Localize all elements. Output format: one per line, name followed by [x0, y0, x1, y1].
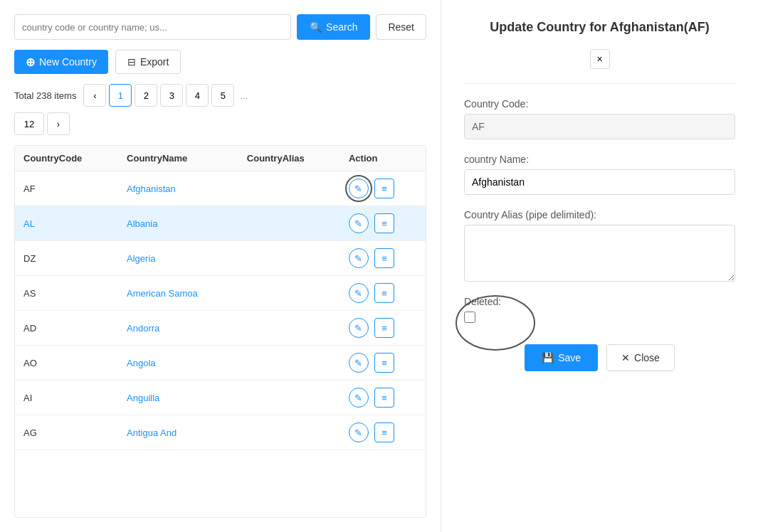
- country-alias-group: Country Alias (pipe delimited):: [464, 209, 735, 282]
- pagination-info: Total 238 items: [14, 90, 76, 101]
- edit-button[interactable]: ✎: [349, 179, 369, 198]
- cell-country-alias: [238, 381, 340, 415]
- cell-country-name: Angola: [118, 346, 238, 381]
- cell-country-alias: [238, 311, 340, 346]
- detail-button[interactable]: ≡: [374, 283, 394, 303]
- page-4-button[interactable]: 4: [186, 84, 209, 107]
- export-button[interactable]: ⊟ Export: [115, 50, 181, 74]
- edit-button[interactable]: ✎: [349, 213, 369, 233]
- detail-button[interactable]: ≡: [374, 248, 394, 268]
- action-row: ⊕ New Country ⊟ Export: [14, 50, 426, 74]
- page-5-button[interactable]: 5: [211, 84, 234, 107]
- country-name-input[interactable]: [464, 169, 735, 195]
- cell-country-code: DZ: [15, 241, 118, 276]
- search-button[interactable]: 🔍 Search: [297, 14, 370, 40]
- cell-action: ✎≡: [340, 346, 426, 381]
- modal-close-row: ×: [464, 49, 735, 69]
- deleted-section: Deleted:: [464, 296, 735, 323]
- cell-action: ✎≡: [340, 311, 426, 346]
- close-button[interactable]: ✕ Close: [606, 344, 675, 371]
- cell-country-code: AI: [15, 381, 118, 415]
- left-panel: 🔍 Search Reset ⊕ New Country ⊟ Export To…: [0, 0, 441, 532]
- country-code-group: Country Code:: [464, 98, 735, 139]
- cell-country-code: AG: [15, 415, 118, 450]
- table-row: AGAntigua And✎≡: [15, 415, 426, 450]
- cell-country-name: Antigua And: [118, 415, 238, 450]
- edit-button[interactable]: ✎: [349, 353, 369, 373]
- save-icon: 💾: [542, 352, 554, 363]
- detail-button[interactable]: ≡: [374, 353, 394, 373]
- cell-action: ✎≡: [340, 241, 426, 276]
- cell-action: ✎≡: [340, 381, 426, 415]
- modal-close-x-button[interactable]: ×: [590, 49, 610, 69]
- action-icons: ✎≡: [349, 353, 417, 373]
- cell-country-alias: [238, 206, 340, 241]
- search-icon: 🔍: [310, 21, 322, 33]
- divider-1: [464, 83, 735, 84]
- page-1-button[interactable]: 1: [109, 84, 132, 107]
- table-row: DZAlgeria✎≡: [15, 241, 426, 276]
- save-button[interactable]: 💾 Save: [525, 344, 598, 371]
- action-icons: ✎≡: [349, 283, 417, 303]
- table-row: ASAmerican Samoa✎≡: [15, 276, 426, 311]
- detail-button[interactable]: ≡: [374, 388, 394, 408]
- country-code-input[interactable]: [464, 114, 735, 139]
- reset-button[interactable]: Reset: [376, 14, 426, 40]
- search-row: 🔍 Search Reset: [14, 14, 426, 40]
- right-panel: Update Country for Afghanistan(AF) × Cou…: [441, 0, 758, 532]
- cell-country-name: Andorra: [118, 311, 238, 346]
- cell-country-code: AS: [15, 276, 118, 311]
- cell-country-alias: [238, 276, 340, 311]
- table-wrapper: CountryCode CountryName CountryAlias Act…: [14, 145, 426, 518]
- country-table: CountryCode CountryName CountryAlias Act…: [15, 146, 426, 450]
- page-ellipsis: ...: [237, 90, 251, 101]
- cell-country-alias: [238, 171, 340, 206]
- page-prev-button[interactable]: ‹: [83, 84, 106, 107]
- page-next-button[interactable]: ›: [47, 112, 70, 135]
- col-country-alias: CountryAlias: [238, 146, 340, 171]
- detail-button[interactable]: ≡: [374, 318, 394, 338]
- pagination-row: Total 238 items ‹ 1 2 3 4 5 ... 12 ›: [14, 84, 426, 135]
- table-row: AOAngola✎≡: [15, 346, 426, 381]
- cell-action: ✎≡: [340, 171, 426, 206]
- action-icons: ✎≡: [349, 179, 417, 198]
- action-icons: ✎≡: [349, 388, 417, 408]
- cell-country-name: American Samoa: [118, 276, 238, 311]
- modal-title-section: Update Country for Afghanistan(AF): [464, 20, 735, 35]
- table-row: AIAnguilla✎≡: [15, 381, 426, 415]
- detail-button[interactable]: ≡: [374, 422, 394, 442]
- edit-button[interactable]: ✎: [349, 422, 369, 442]
- table-header-row: CountryCode CountryName CountryAlias Act…: [15, 146, 426, 171]
- page-3-button[interactable]: 3: [160, 84, 183, 107]
- action-icons: ✎≡: [349, 422, 417, 442]
- col-country-name: CountryName: [118, 146, 238, 171]
- detail-button[interactable]: ≡: [374, 213, 394, 233]
- cell-country-code: AL: [15, 206, 118, 241]
- cell-country-alias: [238, 346, 340, 381]
- action-icons: ✎≡: [349, 248, 417, 268]
- country-alias-label: Country Alias (pipe delimited):: [464, 209, 735, 220]
- edit-button[interactable]: ✎: [349, 248, 369, 268]
- country-alias-textarea[interactable]: [464, 225, 735, 282]
- country-name-group: country Name:: [464, 154, 735, 195]
- action-icons: ✎≡: [349, 213, 417, 233]
- cell-country-code: AO: [15, 346, 118, 381]
- search-input[interactable]: [14, 14, 291, 40]
- page-size-button[interactable]: 12: [14, 112, 44, 135]
- detail-button[interactable]: ≡: [374, 179, 394, 198]
- country-code-label: Country Code:: [464, 98, 735, 110]
- deleted-checkbox[interactable]: [464, 312, 475, 323]
- cell-country-code: AF: [15, 171, 118, 206]
- cell-action: ✎≡: [340, 415, 426, 450]
- edit-button[interactable]: ✎: [349, 318, 369, 338]
- country-name-label: country Name:: [464, 154, 735, 165]
- col-country-code: CountryCode: [15, 146, 118, 171]
- page-2-button[interactable]: 2: [135, 84, 157, 107]
- cell-country-alias: [238, 415, 340, 450]
- cell-country-alias: [238, 241, 340, 276]
- cell-action: ✎≡: [340, 276, 426, 311]
- table-row: ALAlbania✎≡: [15, 206, 426, 241]
- edit-button[interactable]: ✎: [349, 388, 369, 408]
- new-country-button[interactable]: ⊕ New Country: [14, 50, 108, 74]
- edit-button[interactable]: ✎: [349, 283, 369, 303]
